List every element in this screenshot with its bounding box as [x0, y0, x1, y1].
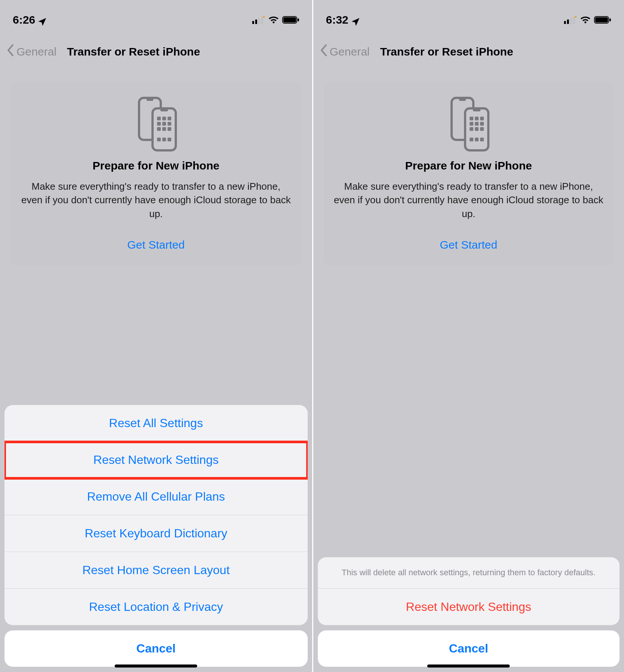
- svg-point-4: [263, 16, 264, 18]
- transfer-devices-icon: [20, 96, 292, 152]
- confirm-reset-network-button[interactable]: Reset Network Settings: [318, 589, 620, 625]
- screenshot-right: 6:32 General Transfer or Reset iPhone: [312, 0, 624, 672]
- back-label: General: [16, 45, 57, 58]
- prepare-card: Prepare for New iPhone Make sure everyth…: [324, 82, 614, 266]
- card-title: Prepare for New iPhone: [334, 159, 604, 172]
- location-icon: [38, 16, 46, 24]
- svg-rect-33: [459, 98, 466, 101]
- cellular-signal-icon: [564, 16, 577, 24]
- svg-rect-39: [470, 122, 473, 126]
- svg-rect-9: [147, 98, 153, 101]
- battery-icon: [594, 16, 611, 24]
- svg-rect-40: [475, 122, 479, 126]
- svg-rect-38: [480, 117, 484, 120]
- svg-rect-47: [480, 138, 484, 141]
- reset-home-screen-option[interactable]: Reset Home Screen Layout: [4, 552, 308, 589]
- nav-bar: General Transfer or Reset iPhone: [0, 32, 312, 69]
- status-bar: 6:26: [0, 0, 312, 32]
- back-button[interactable]: General: [6, 44, 57, 60]
- svg-rect-24: [564, 21, 566, 24]
- svg-rect-2: [258, 18, 260, 24]
- confirm-message: This will delete all network settings, r…: [318, 557, 620, 589]
- svg-rect-20: [168, 127, 171, 131]
- remove-cellular-plans-option[interactable]: Remove All Cellular Plans: [4, 478, 308, 515]
- nav-bar: General Transfer or Reset iPhone: [313, 32, 624, 69]
- svg-rect-35: [473, 108, 480, 111]
- transfer-devices-icon: [334, 96, 604, 152]
- back-button[interactable]: General: [319, 44, 370, 60]
- page-title: Transfer or Reset iPhone: [67, 45, 200, 58]
- svg-rect-14: [168, 117, 171, 120]
- action-sheet: Reset All Settings Reset Network Setting…: [4, 405, 308, 667]
- svg-rect-43: [475, 127, 479, 131]
- location-icon: [352, 16, 360, 24]
- svg-rect-13: [162, 117, 166, 120]
- card-description: Make sure everything's ready to transfer…: [20, 180, 292, 220]
- cancel-button[interactable]: Cancel: [4, 630, 308, 667]
- svg-rect-23: [168, 138, 171, 141]
- svg-point-28: [575, 16, 576, 18]
- svg-rect-21: [157, 138, 161, 141]
- svg-rect-19: [162, 127, 166, 131]
- svg-rect-6: [283, 17, 296, 22]
- confirm-sheet: This will delete all network settings, r…: [318, 557, 620, 667]
- get-started-button[interactable]: Get Started: [334, 238, 604, 251]
- svg-rect-1: [255, 20, 257, 24]
- battery-icon: [282, 16, 299, 24]
- prepare-card: Prepare for New iPhone Make sure everyth…: [10, 82, 302, 266]
- svg-rect-26: [570, 18, 572, 24]
- chevron-left-icon: [6, 44, 15, 60]
- svg-rect-45: [470, 138, 473, 141]
- reset-keyboard-dictionary-option[interactable]: Reset Keyboard Dictionary: [4, 515, 308, 552]
- card-description: Make sure everything's ready to transfer…: [334, 180, 604, 220]
- svg-rect-3: [261, 16, 263, 24]
- svg-rect-41: [480, 122, 484, 126]
- reset-all-settings-option[interactable]: Reset All Settings: [4, 405, 308, 442]
- svg-rect-11: [160, 108, 168, 111]
- page-title: Transfer or Reset iPhone: [380, 45, 513, 58]
- svg-rect-31: [609, 18, 611, 21]
- home-indicator[interactable]: [427, 664, 510, 668]
- svg-rect-0: [252, 21, 254, 24]
- svg-rect-12: [157, 117, 161, 120]
- wifi-icon: [268, 16, 279, 24]
- svg-rect-42: [470, 127, 473, 131]
- svg-rect-46: [475, 138, 479, 141]
- svg-rect-25: [567, 20, 569, 24]
- svg-rect-22: [162, 138, 166, 141]
- status-time: 6:32: [326, 14, 349, 26]
- svg-rect-37: [475, 117, 479, 120]
- status-right: [252, 16, 299, 24]
- status-left: 6:26: [13, 14, 46, 26]
- svg-rect-16: [162, 122, 166, 126]
- status-bar: 6:32: [313, 0, 624, 32]
- chevron-left-icon: [319, 44, 328, 60]
- back-label: General: [330, 45, 370, 58]
- svg-rect-18: [157, 127, 161, 131]
- svg-rect-27: [573, 16, 575, 24]
- card-title: Prepare for New iPhone: [20, 159, 292, 172]
- reset-network-settings-option[interactable]: Reset Network Settings: [4, 442, 308, 478]
- cancel-button[interactable]: Cancel: [318, 630, 620, 667]
- svg-rect-17: [168, 122, 171, 126]
- status-right: [564, 16, 611, 24]
- get-started-button[interactable]: Get Started: [20, 238, 292, 251]
- svg-rect-30: [595, 17, 608, 22]
- wifi-icon: [580, 16, 591, 24]
- reset-location-privacy-option[interactable]: Reset Location & Privacy: [4, 589, 308, 625]
- home-indicator[interactable]: [115, 664, 197, 668]
- confirm-reset-sheet: This will delete all network settings, r…: [318, 557, 620, 625]
- status-left: 6:32: [326, 14, 360, 26]
- cellular-signal-icon: [252, 16, 265, 24]
- svg-rect-7: [298, 18, 299, 21]
- reset-options-sheet: Reset All Settings Reset Network Setting…: [4, 405, 308, 625]
- status-time: 6:26: [13, 14, 35, 26]
- svg-rect-36: [470, 117, 473, 120]
- svg-rect-44: [480, 127, 484, 131]
- screenshot-left: 6:26 General Transfer or Reset iPhone: [0, 0, 312, 672]
- svg-rect-15: [157, 122, 161, 126]
